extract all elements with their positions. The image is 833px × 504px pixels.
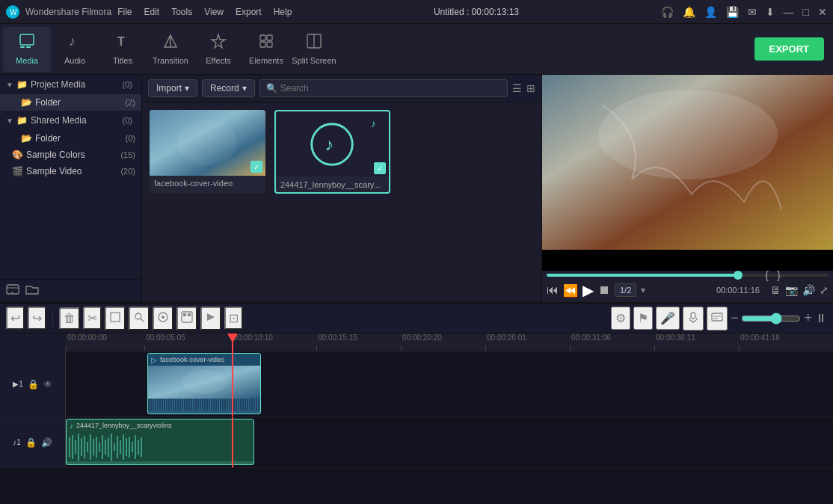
- ruler-mark-1: 00:00:05:05: [144, 334, 185, 342]
- external-monitor-icon[interactable]: 🖥: [770, 284, 781, 296]
- volume-icon[interactable]: 🔊: [802, 284, 815, 296]
- record-button[interactable]: Record ▾: [202, 79, 255, 97]
- menu-help[interactable]: Help: [274, 7, 292, 17]
- zoom-button[interactable]: [129, 307, 150, 331]
- export-button[interactable]: EXPORT: [754, 37, 824, 61]
- menu-view[interactable]: View: [204, 7, 224, 17]
- grid-view-icon[interactable]: ⊞: [526, 82, 535, 94]
- download-icon[interactable]: ⬇: [766, 6, 775, 18]
- toolbar-effects[interactable]: Effects: [194, 27, 242, 72]
- media-item-facebook-video[interactable]: ✓ facebook-cover-video: [150, 110, 265, 194]
- shared-media-header[interactable]: ▼ 📁 Shared Media (0): [0, 111, 141, 130]
- scissors-icon[interactable]: ✂: [224, 463, 236, 467]
- title-bar-controls: 🎧 🔔 👤 💾 ✉ ⬇ — □ ✕: [661, 6, 827, 18]
- flag-icon[interactable]: ⚑: [633, 307, 653, 330]
- media-item-audio[interactable]: ♪ ♪ ✓ 244417_lennyboy__scary...: [274, 110, 390, 194]
- audio-clip[interactable]: ♪ 244417_lennyboy__scaryviolins: [66, 419, 254, 465]
- pan-zoom-button[interactable]: [153, 307, 173, 331]
- toolbar-splitscreen[interactable]: Split Screen: [290, 27, 338, 72]
- lock-icon[interactable]: 🔒: [28, 379, 39, 390]
- sample-colors-item[interactable]: 🎨 Sample Colors (15): [0, 147, 141, 163]
- mail-icon[interactable]: ✉: [748, 6, 757, 18]
- user-icon[interactable]: 👤: [704, 6, 717, 18]
- video-clip-thumbnail: [148, 366, 260, 399]
- preview-progress-thumb[interactable]: [734, 271, 743, 280]
- project-media-folder[interactable]: 📂 Folder (2): [0, 94, 141, 111]
- audio-volume-icon[interactable]: 🔊: [41, 437, 52, 448]
- menu-export[interactable]: Export: [236, 7, 262, 17]
- svg-rect-13: [267, 42, 272, 47]
- frame-back-button[interactable]: ⏪: [563, 283, 578, 298]
- toolbar-transition[interactable]: Transition: [147, 27, 194, 72]
- voice-icon[interactable]: [683, 307, 704, 331]
- preview-progress-bar[interactable]: { }: [547, 274, 829, 277]
- menu-file[interactable]: File: [117, 7, 132, 17]
- speed-edit-button[interactable]: [200, 307, 221, 331]
- minimize-button[interactable]: —: [784, 6, 794, 18]
- menu-tools[interactable]: Tools: [171, 7, 192, 17]
- fullscreen-icon[interactable]: ⤢: [820, 284, 829, 296]
- stop-button[interactable]: ⏹: [598, 283, 610, 297]
- headphones-icon[interactable]: 🎧: [661, 6, 674, 18]
- add-folder-icon[interactable]: +: [6, 283, 19, 299]
- ruler-mark-5: 00:00:26:01: [485, 334, 526, 342]
- cut-button[interactable]: ✂: [83, 307, 102, 330]
- import-label: Import: [156, 83, 182, 93]
- import-button[interactable]: Import ▾: [148, 79, 197, 97]
- zoom-slider[interactable]: [741, 313, 801, 325]
- svg-text:T: T: [117, 35, 125, 48]
- crop-button[interactable]: [105, 307, 126, 331]
- zoom-in-button[interactable]: +: [804, 310, 812, 326]
- color-button[interactable]: [176, 307, 197, 331]
- pause-all-button[interactable]: ⏸: [815, 312, 827, 325]
- media-toolbar: Import ▾ Record ▾ 🔍 ☰ ⊞: [142, 75, 541, 102]
- settings-icon[interactable]: ⚙: [611, 307, 630, 330]
- svg-text:♪: ♪: [69, 34, 76, 49]
- audio-track-area[interactable]: ♪ 244417_lennyboy__scaryviolins: [66, 417, 833, 467]
- toolbar-titles[interactable]: T Titles: [99, 27, 147, 72]
- shared-media-folder[interactable]: 📂 Folder (0): [0, 130, 141, 147]
- toolbar-elements[interactable]: Elements: [242, 27, 290, 72]
- speed-selector[interactable]: 1/2: [615, 283, 636, 297]
- step-back-button[interactable]: ⏮: [547, 283, 559, 297]
- svg-rect-38: [712, 313, 722, 321]
- project-media-header[interactable]: ▼ 📁 Project Media (0): [0, 75, 141, 94]
- redo-button[interactable]: ↪: [28, 307, 46, 330]
- menu-edit[interactable]: Edit: [144, 7, 160, 17]
- bottom-area: ↩ ↪ 🗑 ✂ ⊡ ⚙ ⚑ 🎤 −: [0, 302, 833, 504]
- timeline-ruler[interactable]: 00:00:00:00 00:00:05:05 00:00:10:10 00:0…: [66, 334, 833, 351]
- new-folder-icon[interactable]: [25, 283, 39, 299]
- in-point-marker[interactable]: {: [765, 269, 769, 281]
- delete-button[interactable]: 🗑: [59, 307, 80, 330]
- media-label: Media: [16, 56, 38, 65]
- sample-video-item[interactable]: 🎬 Sample Video (20): [0, 163, 141, 179]
- app-name: Wondershare Filmora: [25, 7, 111, 17]
- close-button[interactable]: ✕: [818, 6, 827, 18]
- play-button[interactable]: ▶: [583, 281, 594, 299]
- screenshot-icon[interactable]: 📷: [785, 284, 798, 296]
- search-icon: 🔍: [266, 83, 277, 93]
- maximize-button[interactable]: □: [803, 6, 809, 18]
- titles-label: Titles: [113, 56, 132, 65]
- alert-icon[interactable]: 🔔: [683, 6, 695, 18]
- svg-point-42: [182, 370, 227, 394]
- video-track-controls: ▶1 🔒 👁: [0, 351, 66, 417]
- speed-arrow[interactable]: ▾: [641, 285, 645, 295]
- video-clip[interactable]: ▷ facebook-cover-video: [147, 353, 261, 414]
- filter-icon[interactable]: ☰: [512, 82, 522, 94]
- transform-button[interactable]: ⊡: [224, 307, 243, 330]
- audio-lock-icon[interactable]: 🔒: [25, 437, 37, 448]
- zoom-out-button[interactable]: −: [731, 310, 739, 326]
- search-box[interactable]: 🔍: [259, 79, 508, 97]
- toolbar-audio[interactable]: ♪ Audio: [51, 27, 99, 72]
- save-icon[interactable]: 💾: [726, 6, 739, 18]
- search-input[interactable]: [280, 83, 501, 93]
- toolbar-media[interactable]: Media: [3, 27, 51, 72]
- out-point-marker[interactable]: }: [777, 269, 781, 281]
- undo-button[interactable]: ↩: [6, 307, 25, 330]
- eye-icon[interactable]: 👁: [43, 379, 52, 390]
- svg-rect-4: [26, 46, 31, 48]
- subtitle-icon[interactable]: [707, 307, 728, 331]
- record-audio-icon[interactable]: 🎤: [656, 307, 680, 330]
- video-track-area[interactable]: ▷ facebook-cover-video: [66, 351, 833, 417]
